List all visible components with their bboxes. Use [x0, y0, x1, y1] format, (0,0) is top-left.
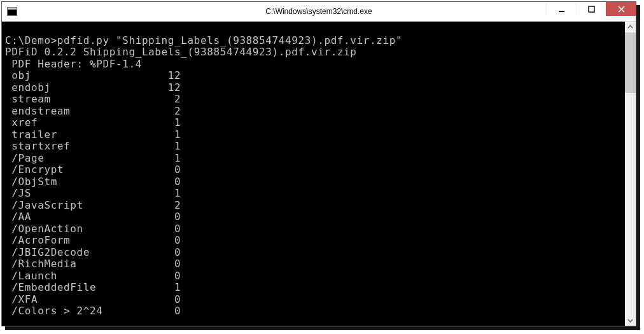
- maximize-icon: [588, 6, 595, 13]
- cmd-icon: [7, 7, 17, 16]
- minimize-button[interactable]: [546, 2, 576, 16]
- scrollbar-track[interactable]: [625, 32, 636, 315]
- window-controls: [546, 2, 636, 16]
- close-icon: [618, 6, 625, 13]
- vertical-scrollbar[interactable]: [625, 22, 636, 326]
- scrollbar-thumb[interactable]: [625, 32, 636, 93]
- scroll-up-button[interactable]: [625, 22, 636, 32]
- close-button[interactable]: [606, 2, 636, 16]
- chevron-up-icon: [627, 24, 633, 30]
- maximize-button[interactable]: [576, 2, 606, 16]
- terminal-output[interactable]: C:\Demo>pdfid.py "Shipping_Labels_(93885…: [2, 22, 625, 326]
- titlebar[interactable]: C:\Windows\system32\cmd.exe: [2, 2, 636, 22]
- cmd-window: C:\Windows\system32\cmd.exe C:\Demo>: [1, 1, 636, 326]
- svg-rect-1: [589, 6, 594, 12]
- scroll-down-button[interactable]: [625, 315, 636, 326]
- chevron-down-icon: [627, 317, 633, 323]
- minimize-icon: [558, 6, 565, 13]
- svg-rect-0: [559, 11, 564, 12]
- window-title: C:\Windows\system32\cmd.exe: [2, 7, 636, 16]
